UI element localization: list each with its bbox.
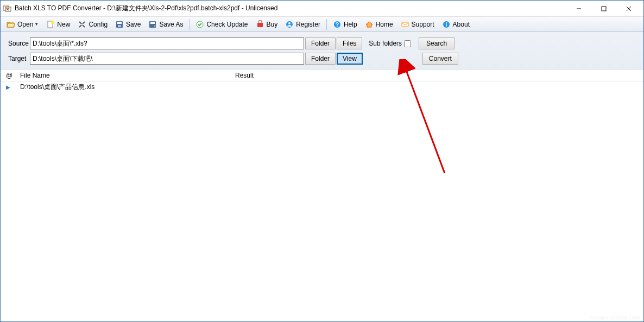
saveas-icon bbox=[148, 20, 157, 29]
svg-rect-12 bbox=[150, 22, 155, 24]
open-icon bbox=[7, 20, 15, 29]
register-button[interactable]: Register bbox=[281, 18, 324, 30]
maximize-button[interactable] bbox=[591, 1, 616, 16]
title-bar: Batch XLS TO PDF Converter - D:\新建文件夹\Xl… bbox=[1, 1, 643, 17]
config-button[interactable]: Config bbox=[74, 18, 111, 30]
help-icon: ? bbox=[333, 20, 342, 29]
list-item[interactable]: ▶ D:\tools\桌面\产品信息.xls bbox=[1, 81, 643, 92]
svg-point-16 bbox=[288, 22, 291, 24]
svg-rect-14 bbox=[257, 23, 263, 27]
col-result[interactable]: Result bbox=[235, 72, 643, 79]
about-icon: i bbox=[442, 20, 451, 29]
toolbar-separator bbox=[326, 19, 327, 30]
watermark: www.xiazaiba.com bbox=[591, 314, 640, 320]
chevron-down-icon: ▼ bbox=[34, 22, 39, 27]
minimize-button[interactable] bbox=[566, 1, 591, 16]
svg-rect-19 bbox=[402, 22, 408, 27]
svg-rect-10 bbox=[118, 25, 121, 27]
form-panel: Source Folder Files Sub folders Search T… bbox=[1, 32, 643, 70]
window-title: Batch XLS TO PDF Converter - D:\新建文件夹\Xl… bbox=[15, 4, 566, 13]
config-icon bbox=[78, 20, 86, 29]
support-icon bbox=[401, 20, 409, 29]
file-list[interactable]: ▶ D:\tools\桌面\产品信息.xls bbox=[1, 81, 643, 322]
view-button[interactable]: View bbox=[337, 53, 363, 65]
check-icon bbox=[195, 20, 204, 29]
convert-button[interactable]: Convert bbox=[422, 53, 458, 65]
source-input[interactable] bbox=[30, 37, 304, 49]
main-toolbar: Open ▼ New Config Save Save As Check Upd… bbox=[1, 17, 643, 32]
svg-text:?: ? bbox=[336, 22, 339, 28]
buy-icon bbox=[256, 20, 264, 29]
subfolders-label: Sub folders bbox=[369, 40, 402, 47]
target-input[interactable] bbox=[30, 53, 304, 65]
play-icon: ▶ bbox=[6, 84, 20, 90]
help-button[interactable]: ? Help bbox=[329, 18, 361, 30]
register-icon bbox=[285, 20, 294, 29]
home-button[interactable]: Home bbox=[361, 18, 397, 30]
svg-rect-9 bbox=[117, 22, 122, 24]
toolbar-separator bbox=[189, 19, 190, 30]
saveas-button[interactable]: Save As bbox=[144, 18, 187, 30]
home-icon bbox=[365, 20, 374, 29]
save-icon bbox=[115, 20, 124, 29]
search-button[interactable]: Search bbox=[419, 37, 454, 49]
col-at[interactable]: @ bbox=[6, 72, 20, 79]
source-label: Source bbox=[8, 40, 30, 47]
row-filename: D:\tools\桌面\产品信息.xls bbox=[20, 83, 235, 92]
target-label: Target bbox=[8, 55, 30, 62]
buy-button[interactable]: Buy bbox=[252, 18, 282, 30]
subfolders-checkbox[interactable] bbox=[404, 40, 411, 47]
open-button[interactable]: Open ▼ bbox=[3, 18, 42, 30]
app-icon bbox=[3, 4, 11, 13]
new-button[interactable]: New bbox=[42, 18, 74, 30]
save-button[interactable]: Save bbox=[111, 18, 144, 30]
support-button[interactable]: Support bbox=[397, 18, 438, 30]
svg-rect-3 bbox=[602, 7, 606, 11]
new-icon bbox=[46, 20, 55, 29]
close-button[interactable] bbox=[616, 1, 641, 16]
source-folder-button[interactable]: Folder bbox=[305, 37, 336, 49]
target-folder-button[interactable]: Folder bbox=[305, 53, 336, 65]
check-update-button[interactable]: Check Update bbox=[192, 18, 251, 30]
svg-point-7 bbox=[51, 21, 54, 24]
svg-text:i: i bbox=[445, 22, 447, 28]
about-button[interactable]: i About bbox=[438, 18, 473, 30]
list-header: @ File Name Result bbox=[1, 70, 643, 81]
files-button[interactable]: Files bbox=[337, 37, 362, 49]
col-filename[interactable]: File Name bbox=[20, 72, 235, 79]
